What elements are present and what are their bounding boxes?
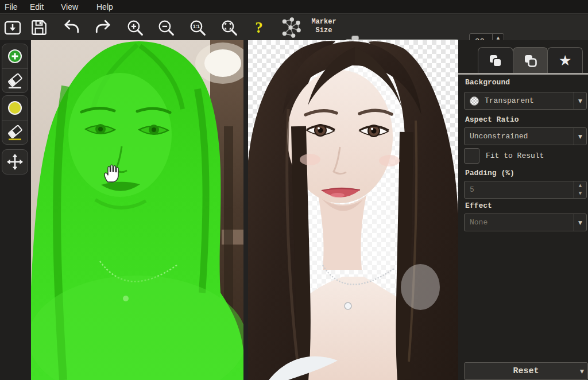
add-foreground-marker-button[interactable]: [2, 44, 28, 68]
aspect-ratio-label: Aspect Ratio: [465, 115, 519, 124]
move-icon: [6, 153, 24, 170]
panel-divider: [458, 73, 588, 75]
aspect-ratio-dropdown-arrow-icon[interactable]: ▼: [574, 128, 586, 145]
transparent-swatch-icon: [469, 96, 479, 106]
pan-tool-group: [2, 149, 28, 175]
padding-label: Padding (%): [465, 169, 514, 177]
erase-foreground-marker-button[interactable]: [2, 68, 28, 92]
segmentation-network-button[interactable]: [277, 17, 304, 38]
foreground-marker-group: [2, 44, 28, 93]
segmentation-network-icon: [279, 17, 302, 38]
tab-favorites[interactable]: ★: [547, 47, 583, 73]
padding-spinbox[interactable]: 5 ▲ ▼: [464, 181, 587, 199]
zoom-in-button[interactable]: [124, 17, 146, 38]
panel-tabs: ★: [478, 47, 582, 73]
help-button[interactable]: ?: [250, 17, 268, 38]
marker-size-label-line2: Size: [305, 26, 342, 35]
menu-bar: File Edit View Help: [0, 0, 588, 14]
menu-edit[interactable]: Edit: [26, 0, 47, 14]
marker-size-label: Marker Size: [305, 18, 342, 37]
save-button[interactable]: [29, 17, 49, 38]
background-marker-group: [2, 95, 28, 145]
result-image: [248, 40, 458, 380]
source-image-pane[interactable]: [31, 40, 243, 380]
result-image-pane[interactable]: [248, 40, 458, 380]
tab-copy-outline[interactable]: [513, 47, 548, 73]
reset-button-label: Reset: [513, 366, 539, 376]
background-dropdown-arrow-icon[interactable]: ▼: [574, 92, 586, 109]
menu-help[interactable]: Help: [93, 0, 117, 14]
settings-panel: ★ Background Transparent ▼ Aspect Ratio …: [458, 40, 588, 380]
app-window: File Edit View Help: [0, 0, 588, 380]
effect-dropdown-arrow-icon[interactable]: ▼: [574, 214, 586, 231]
zoom-fit-button[interactable]: [218, 17, 240, 38]
background-dropdown-value: Transparent: [479, 96, 534, 105]
effect-label: Effect: [465, 201, 492, 210]
undo-icon: [62, 19, 80, 36]
eraser-yellow-icon: [6, 124, 24, 141]
padding-decrement-button[interactable]: ▼: [574, 190, 586, 199]
actual-size-label: 1:1: [192, 24, 199, 29]
save-icon: [30, 18, 48, 37]
zoom-fit-icon: [220, 19, 238, 37]
help-icon: ?: [255, 19, 263, 37]
erase-background-marker-button[interactable]: [2, 120, 28, 144]
source-image-with-mask: [31, 40, 243, 380]
toolbar: 1:1 ?: [0, 14, 588, 40]
zoom-out-button[interactable]: [155, 17, 177, 38]
import-image-button[interactable]: [2, 17, 23, 38]
redo-button[interactable]: [92, 17, 115, 38]
pan-tool-button[interactable]: [2, 150, 28, 174]
fit-to-result-checkbox[interactable]: [464, 148, 479, 164]
effect-dropdown[interactable]: None ▼: [464, 214, 587, 231]
canvas-area: [30, 40, 458, 380]
add-background-marker-button[interactable]: [2, 96, 28, 120]
reset-button[interactable]: Reset ▼: [464, 362, 588, 380]
reset-dropdown-arrow-icon: ▼: [580, 369, 584, 374]
background-label: Background: [465, 78, 510, 87]
menu-view[interactable]: View: [57, 0, 82, 14]
aspect-ratio-dropdown[interactable]: Unconstrained ▼: [464, 127, 587, 145]
redo-icon: [94, 19, 113, 36]
eraser-icon: [6, 72, 24, 90]
fit-to-result-label: Fit to Result: [486, 152, 544, 160]
copy-outline-icon: [523, 53, 538, 68]
zoom-actual-size-icon: 1:1: [189, 19, 207, 37]
padding-value: 5: [465, 185, 474, 194]
star-icon: ★: [559, 53, 571, 68]
hand-cursor: [102, 163, 121, 184]
padding-spin-buttons: ▲ ▼: [574, 181, 586, 198]
undo-button[interactable]: [60, 17, 83, 38]
background-dropdown[interactable]: Transparent ▼: [464, 92, 587, 110]
aspect-ratio-dropdown-value: Unconstrained: [465, 132, 528, 141]
zoom-out-icon: [157, 19, 175, 37]
padding-increment-button[interactable]: ▲: [574, 181, 586, 190]
zoom-in-icon: [126, 19, 144, 37]
marker-size-label-line1: Marker: [305, 18, 342, 26]
add-marker-icon: [6, 48, 24, 65]
menu-file[interactable]: File: [1, 0, 21, 14]
zoom-actual-size-button[interactable]: 1:1: [186, 17, 209, 38]
copy-filled-icon: [488, 53, 503, 68]
effect-dropdown-value: None: [465, 218, 488, 227]
tool-sidebar: [0, 40, 30, 380]
import-image-icon: [3, 18, 22, 37]
tab-copy-filled[interactable]: [478, 47, 513, 73]
background-marker-icon: [6, 99, 24, 117]
